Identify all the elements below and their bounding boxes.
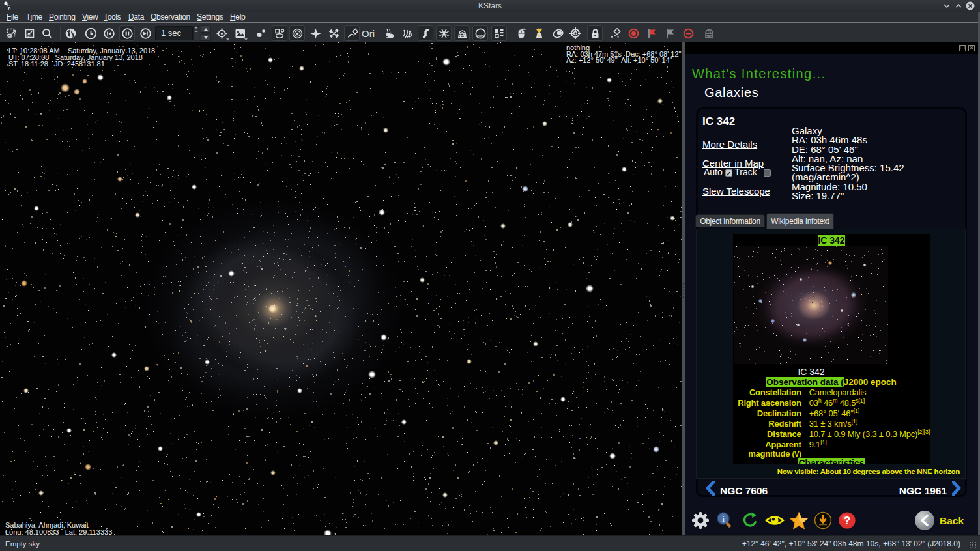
svg-text:?: ? [844,515,850,527]
svg-text:i: i [722,514,725,524]
